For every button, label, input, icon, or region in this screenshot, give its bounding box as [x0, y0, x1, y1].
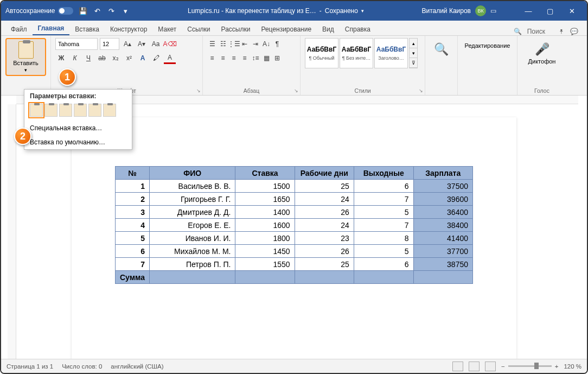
- paste-default-menu[interactable]: Вставка по умолчанию…: [24, 135, 132, 149]
- tab-insert[interactable]: Вставка: [69, 23, 105, 35]
- ribbon-display-icon[interactable]: ▭: [490, 7, 512, 15]
- autosave-toggle[interactable]: [58, 7, 73, 15]
- font-name-combo[interactable]: [55, 38, 98, 50]
- paste-keep-source-icon[interactable]: [30, 104, 43, 117]
- autosave-label: Автосохранение: [5, 7, 55, 15]
- document-page: № ФИО Ставка Рабочие дни Выходные Зарпла…: [72, 117, 516, 359]
- show-marks-icon[interactable]: ¶: [272, 38, 282, 50]
- tab-view[interactable]: Вид: [317, 23, 340, 35]
- paste-options-menu: Параметры вставки: Специальная вставка… …: [24, 89, 132, 150]
- zoom-slider[interactable]: [508, 365, 552, 367]
- th-days: Рабочие дни: [295, 167, 354, 180]
- table-row: 3Дмитриев Д. Д.140026536400: [116, 206, 473, 219]
- paste-text-only-icon[interactable]: [103, 104, 116, 117]
- grow-font-icon[interactable]: A▴: [122, 38, 133, 50]
- tab-search[interactable]: Поиск: [527, 28, 545, 35]
- save-icon[interactable]: 💾: [79, 7, 87, 15]
- callout-marker-2: 2: [14, 128, 31, 145]
- username: Виталий Каиров: [421, 7, 471, 15]
- multilevel-icon[interactable]: ⋮☰: [229, 38, 239, 50]
- th-off: Выходные: [354, 167, 413, 180]
- text-effects-icon[interactable]: A: [137, 52, 149, 64]
- strike-icon[interactable]: ab: [96, 52, 108, 64]
- paste-button[interactable]: Вставить ▾: [5, 38, 46, 76]
- table-row: 6Михайлов М. М.145026537700: [116, 245, 473, 258]
- style-nospacing[interactable]: АаБбВвГ ¶ Без инте…: [340, 38, 373, 68]
- tab-design[interactable]: Конструктор: [105, 23, 152, 35]
- maximize-button[interactable]: ▢: [539, 1, 561, 21]
- doc-title: Lumpics.ru - Как перенести таблицу из E…: [188, 7, 316, 15]
- qat-more-icon[interactable]: ▾: [121, 7, 130, 15]
- redo-icon[interactable]: ↷: [107, 7, 116, 15]
- shading-icon[interactable]: ▦: [261, 52, 271, 64]
- status-page[interactable]: Страница 1 из 1: [7, 363, 53, 370]
- align-center-icon[interactable]: ≡: [218, 52, 228, 64]
- borders-icon[interactable]: ⊞: [272, 52, 282, 64]
- line-spacing-icon[interactable]: ↕≡: [251, 52, 260, 64]
- tab-help[interactable]: Справка: [340, 23, 376, 35]
- superscript-icon[interactable]: x²: [123, 52, 135, 64]
- numbering-icon[interactable]: ☷: [218, 38, 228, 50]
- subscript-icon[interactable]: x₂: [110, 52, 122, 64]
- th-num: №: [116, 167, 150, 180]
- bullets-icon[interactable]: ☰: [207, 38, 217, 50]
- avatar[interactable]: ВК: [475, 5, 486, 16]
- th-pay: Зарплата: [413, 167, 472, 180]
- font-size-combo[interactable]: [100, 38, 119, 50]
- tab-layout[interactable]: Макет: [152, 23, 182, 35]
- tab-home[interactable]: Главная: [33, 22, 70, 35]
- paste-special-menu[interactable]: Специальная вставка…: [24, 121, 132, 135]
- tab-references[interactable]: Ссылки: [182, 23, 215, 35]
- shrink-font-icon[interactable]: A▾: [136, 38, 148, 50]
- paste-link-dest-icon[interactable]: [74, 104, 87, 117]
- styles-scroll[interactable]: ▴▾⊽: [409, 38, 418, 68]
- align-left-icon[interactable]: ≡: [207, 52, 217, 64]
- vertical-ruler[interactable]: [8, 104, 16, 359]
- align-right-icon[interactable]: ≡: [229, 52, 239, 64]
- status-words[interactable]: Число слов: 0: [62, 363, 102, 370]
- clear-format-icon[interactable]: A⌫: [164, 38, 176, 50]
- undo-icon[interactable]: ↶: [93, 7, 101, 15]
- font-launcher-icon[interactable]: ↘: [196, 88, 201, 93]
- font-color-icon[interactable]: A: [164, 52, 176, 64]
- zoom-out-icon[interactable]: −: [501, 363, 505, 370]
- paste-destination-style-icon[interactable]: [44, 104, 57, 117]
- titlebar: Автосохранение 💾 ↶ ↷ ▾ Lumpics.ru - Как …: [1, 1, 587, 21]
- zoom-level[interactable]: 120 %: [564, 363, 581, 370]
- search-icon[interactable]: 🔍: [514, 28, 522, 35]
- table-row: 2Григорьев Г. Г.165024739600: [116, 193, 473, 206]
- ribbon: Вставить ▾ Буфер обмена A▴ A▾ Aa A⌫ Ж К …: [1, 36, 587, 96]
- minimize-button[interactable]: —: [517, 1, 539, 21]
- tab-file[interactable]: Файл: [5, 23, 33, 35]
- italic-icon[interactable]: К: [69, 52, 81, 64]
- table-sum-row: Сумма: [116, 271, 473, 284]
- zoom-in-icon[interactable]: +: [555, 363, 559, 370]
- view-print-icon[interactable]: [469, 362, 480, 371]
- indent-icon[interactable]: ⇥: [251, 38, 260, 50]
- dictate-icon[interactable]: 🎤: [535, 42, 549, 56]
- sort-icon[interactable]: A↓: [261, 38, 271, 50]
- close-button[interactable]: ✕: [561, 1, 583, 21]
- comments-icon[interactable]: 💬: [570, 28, 578, 35]
- underline-icon[interactable]: Ч: [82, 52, 94, 64]
- callout-marker-1: 1: [59, 68, 76, 86]
- highlight-icon[interactable]: 🖍: [150, 52, 162, 64]
- share-icon[interactable]: 🖈: [558, 28, 565, 35]
- justify-icon[interactable]: ≡: [240, 52, 250, 64]
- view-read-icon[interactable]: [452, 362, 463, 371]
- style-heading1[interactable]: АаБбВвГ Заголово…: [374, 38, 408, 68]
- para-launcher-icon[interactable]: ↘: [294, 88, 298, 93]
- find-icon[interactable]: 🔍: [434, 42, 449, 56]
- styles-launcher-icon[interactable]: ↘: [419, 88, 423, 93]
- tab-review[interactable]: Рецензирование: [255, 23, 317, 35]
- editing-group[interactable]: Редактирование: [462, 38, 513, 49]
- status-lang[interactable]: английский (США): [111, 363, 163, 370]
- change-case-icon[interactable]: Aa: [150, 38, 162, 50]
- view-web-icon[interactable]: [485, 362, 496, 371]
- bold-icon[interactable]: Ж: [55, 52, 67, 64]
- tab-mailings[interactable]: Рассылки: [216, 23, 256, 35]
- paste-picture-icon[interactable]: [88, 104, 101, 117]
- dedent-icon[interactable]: ⇤: [240, 38, 250, 50]
- paste-link-source-icon[interactable]: [59, 104, 72, 117]
- style-normal[interactable]: АаБбВвГ ¶ Обычный: [305, 38, 338, 68]
